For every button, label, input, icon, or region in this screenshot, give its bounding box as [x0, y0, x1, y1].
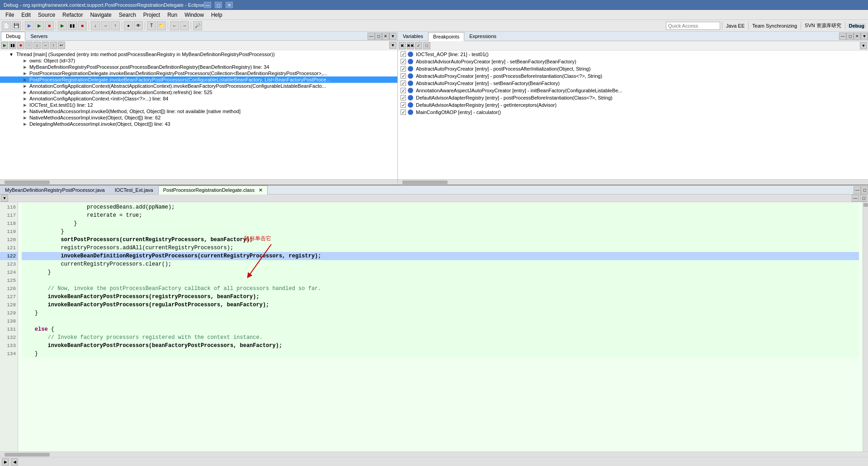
disconnect-debug-button[interactable]: ⋅ [25, 42, 33, 49]
restore-button[interactable]: ◻ [215, 2, 222, 8]
code-line-129[interactable]: } [22, 309, 859, 317]
code-line-118[interactable]: } [22, 219, 859, 228]
bp-item-7[interactable]: ✓ DefaultAdvisorAdapterRegistry [entry] … [398, 101, 868, 109]
menu-project[interactable]: Project [140, 11, 164, 19]
tb-resume-button[interactable]: ▶ [58, 21, 67, 30]
step-into-debug-button[interactable]: ↓ [33, 42, 41, 49]
code-line-128[interactable]: invokeBeanFactoryPostProcessors(regularP… [22, 301, 859, 309]
code-line-125[interactable] [22, 276, 859, 285]
stack-frame-8[interactable]: ► NativeMethodAccessorImpl.invoke0(Metho… [0, 108, 397, 114]
tb-back-button[interactable]: ← [170, 21, 179, 30]
bp-check-0[interactable]: ✓ [401, 52, 406, 57]
bp-check-5[interactable]: ✓ [401, 88, 406, 93]
perspective-java-ee[interactable]: Java EE [724, 23, 746, 29]
bp-item-5[interactable]: ✓ AnnotationAwareAspectJAutoProxyCreator… [398, 87, 868, 94]
close-tab-icon[interactable]: ✕ [259, 187, 263, 193]
minimize-bp-button[interactable]: — [839, 33, 846, 40]
menu-file[interactable]: File [2, 11, 18, 19]
tb-search-button[interactable]: 🔎 [193, 21, 202, 30]
bp-check-1[interactable]: ✓ [401, 59, 406, 64]
tb-stop-button[interactable]: ■ [45, 21, 54, 30]
panel-menu-button[interactable]: ▼ [389, 33, 396, 40]
bp-item-1[interactable]: ✓ AbstractAdvisorAutoProxyCreator [entry… [398, 58, 868, 65]
menu-window[interactable]: Window [181, 11, 208, 19]
menu-run[interactable]: Run [164, 11, 181, 19]
quick-access-input[interactable] [666, 22, 720, 30]
close-bp-button[interactable]: ✕ [854, 33, 861, 40]
perspective-team-sync[interactable]: Team Synchronizing [750, 23, 799, 29]
code-line-127[interactable]: invokeBeanFactoryPostProcessors(registry… [22, 293, 859, 301]
bp-panel-menu-button[interactable]: ▼ [861, 33, 868, 40]
code-line-124[interactable]: } [22, 268, 859, 276]
bp-item-2[interactable]: ✓ AbstractAutoProxyCreator [entry] - pos… [398, 65, 868, 72]
minimize-panel-button[interactable]: — [368, 33, 375, 40]
code-lines[interactable]: ► processedBeans.add(ppName); reiterate … [18, 202, 863, 452]
bp-check-7[interactable]: ✓ [401, 102, 406, 108]
bp-hscroll-thumb[interactable] [402, 181, 448, 184]
tb-debug-button[interactable]: ▶ [25, 21, 34, 30]
editor-tab-2[interactable]: PostProcessorRegistrationDelegate.class … [158, 185, 268, 195]
menu-navigate[interactable]: Navigate [86, 11, 115, 19]
tb-suspend-button[interactable]: ▮▮ [68, 21, 77, 30]
stack-frame-5[interactable]: ► AnnotationConfigApplicationContext(Abs… [0, 89, 397, 95]
code-line-121[interactable]: registryProcessors.addAll(currentRegistr… [22, 244, 859, 252]
perspective-svn[interactable]: SVN 资源库研究 [803, 22, 843, 29]
step-over-debug-button[interactable]: → [42, 42, 49, 49]
expand-all-button[interactable]: ▶ [2, 458, 9, 466]
remove-all-bp-button[interactable]: ✖✖ [407, 42, 414, 49]
bp-check-2[interactable]: ✓ [401, 66, 406, 71]
debug-tab[interactable]: Debug [1, 32, 25, 41]
tb-forward-button[interactable]: → [180, 21, 189, 30]
bp-item-3[interactable]: ✓ AbstractAutoProxyCreator [entry] - pos… [398, 72, 868, 80]
code-line-126[interactable]: // Now, invoke the postProcessBeanFactor… [22, 285, 859, 293]
editor-menu-btn[interactable]: ▼ [1, 195, 8, 202]
code-line-119[interactable]: } [22, 228, 859, 236]
editor-tab-0[interactable]: MyBeanDefinitionRegistryPostProcessor.ja… [0, 185, 110, 194]
stack-frame-9[interactable]: ► NativeMethodAccessorImpl.invoke(Object… [0, 114, 397, 121]
menu-source[interactable]: Source [34, 11, 59, 19]
tb-open-type-button[interactable]: T [147, 21, 156, 30]
code-line-122[interactable]: invokeBeanDefinitionRegistryPostProcesso… [22, 252, 859, 260]
suspend-debug-button[interactable]: ▮▮ [9, 42, 16, 49]
bp-check-3[interactable]: ✓ [401, 73, 406, 79]
code-line-116[interactable]: processedBeans.add(ppName); [22, 203, 859, 211]
minimize-button[interactable]: — [204, 2, 211, 8]
editor-vscroll-thumb[interactable] [863, 203, 868, 207]
bp-item-8[interactable]: ✓ MainConfigOfAOP [entry] - calculator() [398, 109, 868, 116]
stack-frame-7[interactable]: ► IOCTest_Ext.test01() line: 12 [0, 102, 397, 108]
bp-item-6[interactable]: ✓ DefaultAdvisorAdapterRegistry [entry] … [398, 94, 868, 101]
code-line-132[interactable]: // Invoke factory processors registered … [22, 333, 859, 342]
debug-hscroll-thumb[interactable] [5, 181, 50, 184]
debug-hscroll[interactable] [0, 179, 397, 185]
bp-check-6[interactable]: ✓ [401, 95, 406, 100]
editor-maximize-btn[interactable]: ◻ [860, 195, 867, 202]
bp-hscroll[interactable] [398, 179, 868, 185]
stack-frame-10[interactable]: ► DelegatingMethodAccessorImpl.invoke(Ob… [0, 121, 397, 127]
variables-tab[interactable]: Variables [398, 32, 428, 41]
editor-hscroll-thumb[interactable] [5, 453, 50, 456]
expressions-tab[interactable]: Expressions [464, 32, 501, 41]
drop-to-frame-button[interactable]: ↩ [58, 42, 65, 49]
maximize-panel-button[interactable]: ◻ [375, 33, 382, 40]
tb-breakpoint-button[interactable]: ● [124, 21, 133, 30]
minimize-editor-button[interactable]: — [854, 186, 861, 194]
bp-check-8[interactable]: ✓ [401, 109, 406, 115]
editor-minimize-btn[interactable]: — [852, 195, 859, 202]
editor-hscroll[interactable] [0, 452, 868, 457]
tb-step-return-button[interactable]: ↑ [111, 21, 120, 30]
stack-frame-3[interactable]: ► PostProcessorRegistrationDelegate.invo… [0, 76, 397, 83]
tb-save-button[interactable]: 💾 [12, 21, 21, 30]
editor-tab-1[interactable]: IOCTest_Ext.java [110, 185, 158, 194]
menu-edit[interactable]: Edit [18, 11, 34, 19]
editor-vscroll[interactable] [863, 202, 868, 452]
perspective-debug[interactable]: Debug [847, 23, 866, 29]
bp-item-4[interactable]: ✓ AbstractAutoProxyCreator [entry] - set… [398, 80, 868, 87]
code-line-134[interactable]: } [22, 350, 859, 358]
terminate-debug-button[interactable]: ■ [17, 42, 24, 49]
tb-open-resource-button[interactable]: 📁 [157, 21, 166, 30]
stack-frame-0[interactable]: ► owns: Object (id=37) [0, 57, 397, 64]
collapse-all-button[interactable]: ◀ [11, 458, 18, 466]
close-button[interactable]: ✕ [226, 2, 233, 8]
code-line-133[interactable]: invokeBeanFactoryPostProcessors(beanFact… [22, 342, 859, 350]
servers-tab[interactable]: Servers [25, 32, 52, 40]
